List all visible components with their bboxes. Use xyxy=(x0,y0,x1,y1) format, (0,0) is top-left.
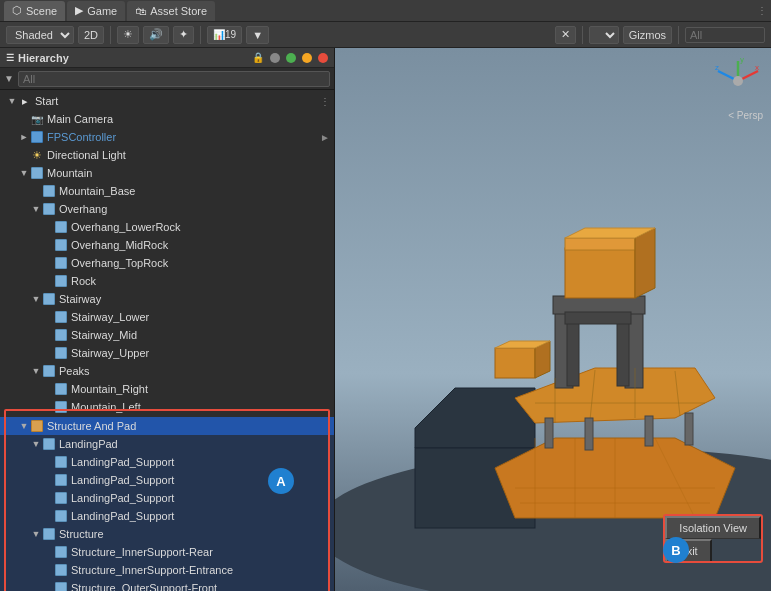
icon-landing-pad xyxy=(42,437,56,451)
game-icon: ▶ xyxy=(75,4,83,17)
lock-icon[interactable]: 🔒 xyxy=(252,52,264,63)
svg-point-40 xyxy=(733,76,743,86)
svg-rect-8 xyxy=(553,296,645,314)
tree-item-overhang[interactable]: Overhang xyxy=(0,200,334,218)
tree-item-overhang-lower[interactable]: Overhang_LowerRock xyxy=(0,218,334,236)
isolation-view-button[interactable]: Isolation View xyxy=(665,516,761,539)
arrow-lp4 xyxy=(42,510,54,522)
arrow-stairway-lower xyxy=(42,311,54,323)
2d-toggle[interactable]: 2D xyxy=(78,26,104,44)
icon-stairway-mid xyxy=(54,328,68,342)
tree-item-mountain-base[interactable]: Mountain_Base xyxy=(0,182,334,200)
svg-rect-16 xyxy=(495,348,535,378)
icon-stairway xyxy=(42,292,56,306)
icon-dir-light xyxy=(30,148,44,162)
label-stairway-lower: Stairway_Lower xyxy=(71,311,149,323)
tree-item-overhang-top[interactable]: Overhang_TopRock xyxy=(0,254,334,272)
tree-item-struct-outer-front[interactable]: Structure_OuterSupport-Front xyxy=(0,579,334,591)
tree-item-stairway-mid[interactable]: Stairway_Mid xyxy=(0,326,334,344)
tree-item-structure-and-pad[interactable]: Structure And Pad xyxy=(0,417,334,435)
tree-item-mountain[interactable]: Mountain xyxy=(0,164,334,182)
svg-rect-11 xyxy=(565,312,631,324)
label-lp4: LandingPad_Support xyxy=(71,510,174,522)
svg-rect-12 xyxy=(565,248,635,298)
gizmo[interactable]: y x z xyxy=(713,56,763,106)
shading-dropdown[interactable]: Shaded xyxy=(6,26,74,44)
view-mode-select[interactable] xyxy=(589,26,619,44)
arrow-mountain-left xyxy=(42,401,54,413)
arrow-lp1 xyxy=(42,456,54,468)
tab-asset-store[interactable]: 🛍 Asset Store xyxy=(127,1,215,21)
tree-item-struct-inner-ent[interactable]: Structure_InnerSupport-Entrance xyxy=(0,561,334,579)
label-landing-pad: LandingPad xyxy=(59,438,118,450)
more-options-icon[interactable]: ⋮ xyxy=(757,5,767,16)
svg-rect-9 xyxy=(567,314,579,386)
gizmos-btn[interactable]: Gizmos xyxy=(623,26,672,44)
audio-btn[interactable]: 🔊 xyxy=(143,26,169,44)
start-menu-icon[interactable]: ⋮ xyxy=(320,96,330,107)
label-overhang-lower: Overhang_LowerRock xyxy=(71,221,180,233)
arrow-struct-inner-rear xyxy=(42,546,54,558)
tab-game[interactable]: ▶ Game xyxy=(67,1,125,21)
tree-item-dir-light[interactable]: Directional Light xyxy=(0,146,334,164)
store-icon: 🛍 xyxy=(135,5,146,17)
svg-marker-14 xyxy=(635,228,655,298)
icon-lp2 xyxy=(54,473,68,487)
tree-item-stairway-lower[interactable]: Stairway_Lower xyxy=(0,308,334,326)
arrow-struct-inner-ent xyxy=(42,564,54,576)
label-structure: Structure xyxy=(59,528,104,540)
arrow-main-camera xyxy=(18,113,30,125)
light-btn[interactable]: ☀ xyxy=(117,26,139,44)
fx-btn[interactable]: ✦ xyxy=(173,26,194,44)
arrow-mountain-right xyxy=(42,383,54,395)
tree-item-struct-inner-rear[interactable]: Structure_InnerSupport-Rear xyxy=(0,543,334,561)
arrow-stairway-mid xyxy=(42,329,54,341)
label-overhang-mid: Overhang_MidRock xyxy=(71,239,168,251)
icon-structure xyxy=(42,527,56,541)
tree-item-stairway[interactable]: Stairway xyxy=(0,290,334,308)
icon-mountain-left xyxy=(54,400,68,414)
tree-item-landing-pad[interactable]: LandingPad xyxy=(0,435,334,453)
search-input-toolbar[interactable] xyxy=(685,27,765,43)
tree-item-structure[interactable]: Structure xyxy=(0,525,334,543)
tree-item-mountain-left[interactable]: Mountain_Left xyxy=(0,398,334,416)
label-stairway-upper: Stairway_Upper xyxy=(71,347,149,359)
main-area: ☰ Hierarchy 🔒 ▼ ▸ Start ⋮ xyxy=(0,48,771,591)
tree-item-stairway-upper[interactable]: Stairway_Upper xyxy=(0,344,334,362)
stats-btn[interactable]: 📊19 xyxy=(207,26,242,44)
persp-text: < Persp xyxy=(728,110,763,121)
hierarchy-search-input[interactable] xyxy=(18,71,330,87)
hierarchy-icon: ☰ xyxy=(6,53,14,63)
icon-overhang xyxy=(42,202,56,216)
tree-item-fps[interactable]: FPSController ► xyxy=(0,128,334,146)
tree-item-main-camera[interactable]: Main Camera xyxy=(0,110,334,128)
header-icons: 🔒 xyxy=(252,52,328,63)
icon-overhang-top xyxy=(54,256,68,270)
layers-btn[interactable]: ▼ xyxy=(246,26,269,44)
icon-camera xyxy=(30,112,44,126)
separator-2 xyxy=(200,26,201,44)
icon-stairway-upper xyxy=(54,346,68,360)
transform-btn[interactable]: ✕ xyxy=(555,26,576,44)
separator-3 xyxy=(582,26,583,44)
tab-scene[interactable]: ⬡ Scene xyxy=(4,1,65,21)
icon-stairway-lower xyxy=(54,310,68,324)
label-overhang-top: Overhang_TopRock xyxy=(71,257,168,269)
arrow-overhang-lower xyxy=(42,221,54,233)
arrow-fps xyxy=(18,131,30,143)
tree-item-rock[interactable]: Rock xyxy=(0,272,334,290)
icon-structure-and-pad xyxy=(30,419,44,433)
icon-lp4 xyxy=(54,509,68,523)
arrow-rock xyxy=(42,275,54,287)
arrow-mountain-base xyxy=(30,185,42,197)
svg-rect-10 xyxy=(617,314,629,386)
tree-item-lp4[interactable]: LandingPad_Support xyxy=(0,507,334,525)
label-overhang: Overhang xyxy=(59,203,107,215)
icon-mountain-right xyxy=(54,382,68,396)
tree-item-start[interactable]: ▸ Start ⋮ xyxy=(0,92,334,110)
tree-item-overhang-mid[interactable]: Overhang_MidRock xyxy=(0,236,334,254)
tree-item-peaks[interactable]: Peaks xyxy=(0,362,334,380)
tree-item-mountain-right[interactable]: Mountain_Right xyxy=(0,380,334,398)
fps-expand-icon[interactable]: ► xyxy=(320,132,330,143)
icon-struct-inner-ent xyxy=(54,563,68,577)
